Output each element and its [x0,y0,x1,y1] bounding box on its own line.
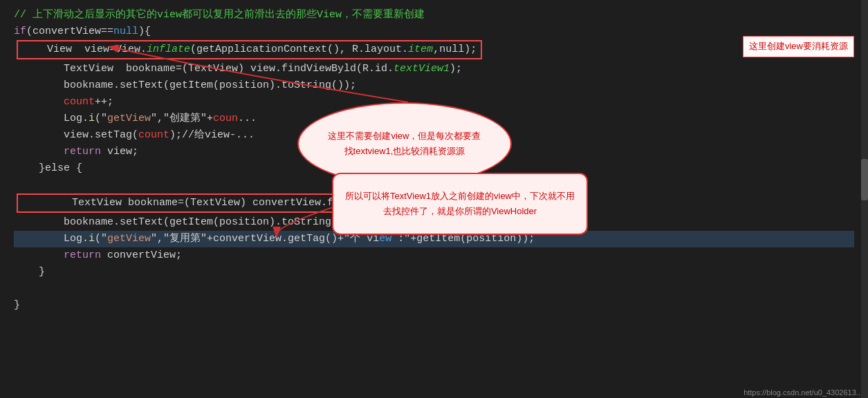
code-line-line2: View view=View.inflate(getApplicationCon… [22,41,477,58]
code-line-line14: return convertView; [14,247,854,264]
code-line-line15: } [14,264,854,281]
bubble-main-line1: 这里不需要创建view，但是每次都要查 [328,129,481,144]
bubble-secondary-line1: 所以可以将TextView1放入之前创建的view中，下次就不用去找控件了，就是… [344,189,575,219]
bubble-main-line2: 找textview1,也比较消耗资源源 [344,144,465,159]
code-line-line4: bookname.setText(getItem(position).toStr… [14,77,854,94]
code-line-line1: if(convertView==null){ [14,23,854,40]
bottom-bar: https://blog.csdn.net/u0_4302613... [738,387,868,398]
code-area: // 上下滑动之后显示的其它的view都可以复用之前滑出去的那些View，不需要… [0,0,868,321]
annotation-top: 这里创建view要消耗资源 [743,36,854,57]
boxed-line-line2: View view=View.inflate(getApplicationCon… [17,40,482,59]
code-line-line3: TextView bookname=(TextView) view.findVi… [14,61,854,77]
code-line-line16 [14,281,854,297]
code-line-line17: } [14,297,854,314]
speech-bubble-secondary: 所以可以将TextView1放入之前创建的view中，下次就不用去找控件了，就是… [332,173,588,235]
comment-line: // 上下滑动之后显示的其它的view都可以复用之前滑出去的那些View，不需要… [14,7,854,23]
scrollbar-thumb[interactable] [861,159,868,200]
scrollbar-v[interactable] [861,0,868,398]
